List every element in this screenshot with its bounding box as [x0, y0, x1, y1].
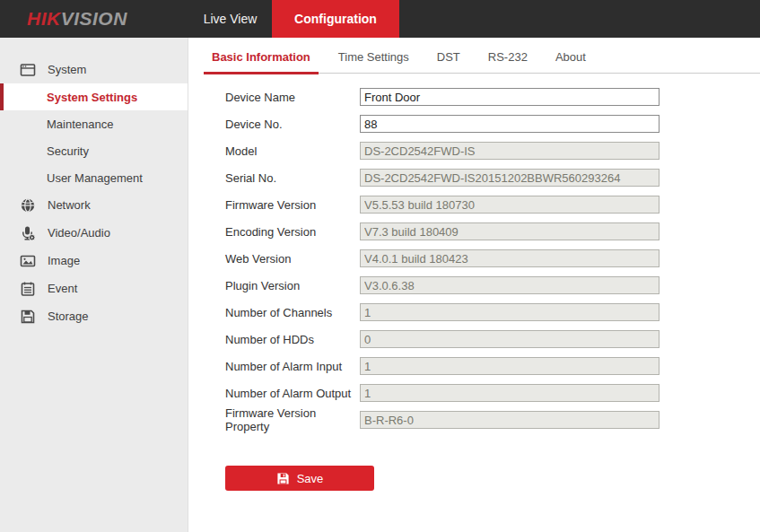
- sidebar-item-label: Maintenance: [47, 118, 113, 131]
- save-button-label: Save: [297, 472, 324, 485]
- sidebar-item-event[interactable]: Event: [0, 275, 188, 302]
- number-of-channels-label: Number of Channels: [225, 306, 360, 319]
- save-button-container: Save: [225, 466, 760, 491]
- hikvision-logo: HIKVISION: [27, 8, 127, 30]
- model-label: Model: [225, 144, 360, 158]
- sidebar-item-label: Security: [47, 144, 89, 158]
- form-row: Number of Alarm Output: [188, 379, 760, 406]
- sidebar-item-maintenance[interactable]: Maintenance: [0, 110, 188, 137]
- main-content: Basic Information Time Settings DST RS-2…: [188, 38, 760, 532]
- number-of-channels-field: [360, 303, 660, 321]
- sidebar-item-security[interactable]: Security: [0, 137, 188, 164]
- settings-tabbar: Basic Information Time Settings DST RS-2…: [204, 47, 760, 74]
- save-button[interactable]: Save: [225, 466, 374, 491]
- sidebar-item-system[interactable]: System: [0, 56, 188, 83]
- number-of-alarm-output-label: Number of Alarm Output: [225, 387, 360, 400]
- sidebar-item-label: User Management: [47, 171, 143, 185]
- number-of-hdds-field: [360, 330, 660, 348]
- sidebar-item-label: Network: [48, 198, 91, 212]
- tab-rs-232[interactable]: RS-232: [480, 50, 536, 73]
- sidebar-item-video-audio[interactable]: Video/Audio: [0, 219, 188, 247]
- form-row: Device No.: [188, 110, 760, 137]
- image-icon: [20, 253, 36, 269]
- sidebar-item-network[interactable]: Network: [0, 191, 188, 219]
- sidebar-item-user-management[interactable]: User Management: [0, 164, 188, 191]
- firmware-version-label: Firmware Version: [225, 198, 360, 212]
- event-icon: [20, 281, 36, 297]
- top-bar: HIKVISION Live View Configuration: [0, 0, 760, 38]
- number-of-alarm-output-field: [360, 384, 660, 402]
- serial-no-label: Serial No.: [225, 171, 360, 185]
- sidebar-item-image[interactable]: Image: [0, 247, 188, 275]
- form-row: Number of Alarm Input: [188, 353, 760, 379]
- tab-time-settings[interactable]: Time Settings: [330, 50, 417, 73]
- sidebar-item-label: System Settings: [47, 91, 137, 104]
- device-no-label: Device No.: [225, 118, 360, 131]
- logo-part-hik: HIK: [27, 8, 61, 29]
- firmware-version-field: [360, 196, 660, 214]
- nav-configuration[interactable]: Configuration: [272, 0, 399, 38]
- form-row: Number of Channels: [188, 299, 760, 326]
- firmware-version-property-label: Firmware Version Property: [225, 406, 360, 433]
- serial-no-field: [360, 169, 660, 187]
- system-icon: [20, 62, 36, 78]
- form-row: Firmware Version Property: [188, 406, 760, 433]
- storage-icon: [20, 309, 36, 325]
- firmware-version-property-field: [360, 411, 660, 429]
- tab-about[interactable]: About: [547, 50, 594, 73]
- device-no-input[interactable]: [360, 115, 660, 133]
- form-row: Web Version: [188, 245, 760, 272]
- network-icon: [20, 197, 36, 214]
- sidebar-item-storage[interactable]: Storage: [0, 302, 188, 330]
- basic-information-form: Device Name Device No. Model Serial No. …: [188, 83, 760, 491]
- sidebar-item-system-settings[interactable]: System Settings: [0, 83, 188, 110]
- form-row: Plugin Version: [188, 272, 760, 299]
- video-audio-icon: [20, 225, 36, 241]
- web-version-label: Web Version: [225, 252, 360, 266]
- sidebar-item-label: Image: [48, 254, 80, 267]
- form-row: Model: [188, 137, 760, 164]
- sidebar-item-label: System: [48, 63, 86, 76]
- number-of-alarm-input-field: [360, 357, 660, 375]
- device-name-label: Device Name: [225, 91, 360, 104]
- tab-dst[interactable]: DST: [429, 50, 468, 73]
- plugin-version-label: Plugin Version: [225, 279, 360, 292]
- device-name-input[interactable]: [360, 88, 660, 106]
- form-row: Device Name: [188, 83, 760, 110]
- logo-part-vision: VISION: [61, 8, 127, 29]
- tab-basic-information[interactable]: Basic Information: [204, 50, 319, 73]
- nav-live-view[interactable]: Live View: [188, 0, 272, 38]
- number-of-hdds-label: Number of HDDs: [225, 333, 360, 346]
- web-version-field: [360, 249, 660, 267]
- form-row: Serial No.: [188, 164, 760, 191]
- encoding-version-field: [360, 222, 660, 240]
- sidebar: System System Settings Maintenance Secur…: [0, 38, 188, 532]
- model-field: [360, 142, 660, 160]
- save-icon: [276, 472, 290, 485]
- sidebar-item-label: Storage: [48, 310, 89, 323]
- encoding-version-label: Encoding Version: [225, 225, 360, 239]
- form-row: Encoding Version: [188, 218, 760, 245]
- form-row: Number of HDDs: [188, 326, 760, 353]
- sidebar-item-label: Event: [48, 282, 77, 295]
- plugin-version-field: [360, 276, 660, 294]
- sidebar-item-label: Video/Audio: [48, 226, 110, 240]
- form-row: Firmware Version: [188, 191, 760, 218]
- number-of-alarm-input-label: Number of Alarm Input: [225, 360, 360, 373]
